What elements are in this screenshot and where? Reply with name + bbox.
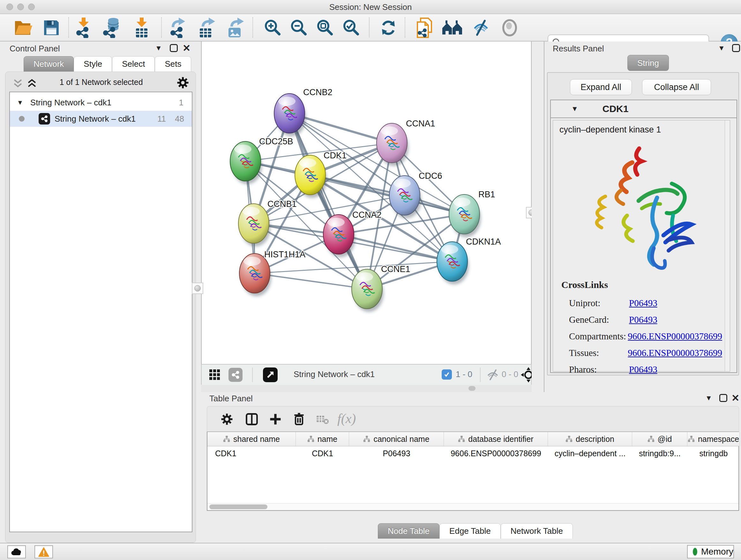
close-panel-icon[interactable]: ✕ bbox=[183, 44, 191, 53]
network-canvas[interactable]: CCNB2CCNA1CDC25BCDK1CDC6RB1CCNB1CCNA2CDK… bbox=[201, 42, 532, 364]
table-cell[interactable]: CDK1 bbox=[207, 446, 296, 460]
zoom-selected-icon[interactable] bbox=[340, 17, 361, 38]
hide-selected-eye-icon[interactable] bbox=[470, 17, 491, 38]
close-panel-icon[interactable]: ✕ bbox=[731, 393, 739, 403]
tab-node-table[interactable]: Node Table bbox=[378, 523, 440, 539]
crosslink-link[interactable]: P06493 bbox=[629, 364, 657, 375]
crosslink-label: Compartments: bbox=[569, 331, 628, 341]
float-panel-icon[interactable] bbox=[732, 44, 740, 52]
horizontal-splitter[interactable] bbox=[201, 385, 532, 392]
expand-all-button[interactable]: Expand All bbox=[570, 79, 632, 95]
crosslink-row: Uniprot:P06493 bbox=[569, 295, 722, 311]
column-header-shared-name[interactable]: shared name bbox=[207, 432, 296, 446]
network-graph[interactable]: CCNB2CCNA1CDC25BCDK1CDC6RB1CCNB1CCNA2CDK… bbox=[202, 42, 531, 364]
export-table-icon[interactable] bbox=[197, 17, 218, 38]
memory-button[interactable]: Memory bbox=[687, 545, 734, 558]
network-node-RB1[interactable] bbox=[449, 194, 481, 237]
expand-all-icon[interactable] bbox=[26, 79, 37, 88]
collapse-all-icon[interactable] bbox=[12, 79, 23, 88]
selected-checkbox-icon[interactable] bbox=[442, 369, 452, 380]
table-cell[interactable]: stringdb bbox=[687, 446, 740, 460]
column-header-description[interactable]: description bbox=[548, 432, 632, 446]
import-table-file-icon[interactable] bbox=[131, 17, 152, 38]
cloud-status-button[interactable] bbox=[7, 545, 26, 558]
crosslink-link[interactable]: 9606.ENSP00000378699 bbox=[628, 331, 722, 341]
column-header-namespace[interactable]: namespace bbox=[687, 432, 740, 446]
tab-sets[interactable]: Sets bbox=[155, 56, 191, 71]
detach-view-icon[interactable] bbox=[263, 368, 278, 382]
column-header-canonical-name[interactable]: canonical name bbox=[349, 432, 444, 446]
selected-count: 1 - 0 bbox=[456, 369, 472, 379]
table-hscrollbar[interactable] bbox=[207, 503, 738, 510]
tab-string[interactable]: String bbox=[627, 55, 669, 71]
minimize-window-button[interactable] bbox=[17, 3, 24, 10]
splitter-grip-icon[interactable] bbox=[468, 386, 475, 391]
network-collection-row[interactable]: ▼ String Network – cdk1 1 bbox=[10, 95, 192, 110]
table-cell[interactable]: P06493 bbox=[349, 446, 444, 460]
network-view-icon[interactable] bbox=[228, 368, 243, 382]
results-scrollbar[interactable] bbox=[725, 120, 730, 371]
panel-menu-icon[interactable]: ▼ bbox=[718, 45, 725, 52]
annotation-share-icon[interactable] bbox=[414, 17, 435, 38]
delete-column-icon[interactable] bbox=[292, 412, 306, 426]
import-network-file-icon[interactable] bbox=[73, 17, 94, 38]
table-cell[interactable]: 9606.ENSP00000378699 bbox=[444, 446, 548, 460]
refresh-icon[interactable] bbox=[378, 17, 399, 38]
network-node-CDC6[interactable] bbox=[389, 176, 421, 219]
tree-expander-icon[interactable]: ▼ bbox=[17, 99, 23, 106]
tab-edge-table[interactable]: Edge Table bbox=[440, 523, 501, 539]
column-header-name[interactable]: name bbox=[296, 432, 349, 446]
close-window-button[interactable] bbox=[6, 3, 13, 10]
network-options-gear-icon[interactable] bbox=[177, 76, 189, 89]
tab-network-table[interactable]: Network Table bbox=[501, 523, 573, 539]
gene-expander-icon[interactable]: ▼ bbox=[571, 105, 578, 113]
left-splitter-handle[interactable] bbox=[192, 283, 203, 294]
panel-menu-icon[interactable]: ▼ bbox=[705, 395, 712, 401]
tab-style[interactable]: Style bbox=[74, 56, 112, 71]
crosslink-link[interactable]: P06493 bbox=[629, 314, 657, 325]
show-columns-icon[interactable] bbox=[245, 412, 259, 426]
table-cell[interactable]: stringdb:9... bbox=[632, 446, 687, 460]
network-node-CCNA2[interactable] bbox=[323, 214, 355, 257]
zoom-out-icon[interactable] bbox=[288, 17, 309, 38]
float-panel-icon[interactable] bbox=[170, 44, 178, 52]
table-cell[interactable]: CDK1 bbox=[296, 446, 349, 460]
save-session-icon[interactable] bbox=[41, 17, 62, 38]
open-session-icon[interactable] bbox=[13, 17, 34, 38]
tab-network[interactable]: Network bbox=[23, 56, 74, 71]
tab-select[interactable]: Select bbox=[112, 56, 155, 71]
table-options-gear-icon[interactable] bbox=[220, 413, 233, 426]
network-node-HIST1H1A[interactable] bbox=[239, 253, 271, 296]
network-node-CCNE1[interactable] bbox=[352, 269, 384, 312]
network-node-CCNB2[interactable] bbox=[274, 94, 306, 136]
gene-card-header[interactable]: ▼ CDK1 bbox=[551, 100, 737, 118]
add-column-icon[interactable] bbox=[268, 412, 282, 426]
column-header-database-identifier[interactable]: database identifier bbox=[444, 432, 548, 446]
network-node-CCNB1[interactable] bbox=[239, 204, 270, 246]
crosslink-link[interactable]: 9606.ENSP00000378699 bbox=[628, 348, 722, 358]
table-row[interactable]: CDK1CDK1P064939606.ENSP00000378699cyclin… bbox=[207, 446, 738, 460]
string-network-icon bbox=[39, 113, 50, 125]
column-header--id[interactable]: @id bbox=[632, 432, 687, 446]
export-network-icon[interactable] bbox=[168, 17, 189, 38]
panel-menu-icon[interactable]: ▼ bbox=[155, 45, 162, 52]
float-panel-icon[interactable] bbox=[719, 394, 727, 402]
network-node-CDKN1A[interactable] bbox=[437, 242, 469, 285]
zoom-fit-icon[interactable] bbox=[314, 17, 335, 38]
home-icon[interactable] bbox=[442, 17, 463, 38]
network-row[interactable]: String Network – cdk1 11 48 bbox=[10, 111, 192, 127]
collapse-all-button[interactable]: Collapse All bbox=[642, 79, 711, 95]
export-image-icon[interactable] bbox=[225, 17, 246, 38]
show-all-eye-icon[interactable] bbox=[499, 17, 520, 38]
crosslink-link[interactable]: P06493 bbox=[629, 298, 657, 308]
hscrollbar-thumb[interactable] bbox=[209, 504, 267, 509]
warnings-button[interactable] bbox=[35, 545, 53, 558]
grid-view-icon[interactable] bbox=[209, 369, 221, 381]
table-cell[interactable]: cyclin–dependent ... bbox=[548, 446, 632, 460]
zoom-window-button[interactable] bbox=[28, 3, 35, 10]
network-node-CDK1[interactable] bbox=[295, 155, 327, 198]
zoom-in-icon[interactable] bbox=[262, 17, 283, 38]
import-network-database-icon[interactable] bbox=[102, 17, 123, 38]
node-label-RB1: RB1 bbox=[478, 190, 495, 199]
main-toolbar: ? bbox=[0, 14, 741, 42]
